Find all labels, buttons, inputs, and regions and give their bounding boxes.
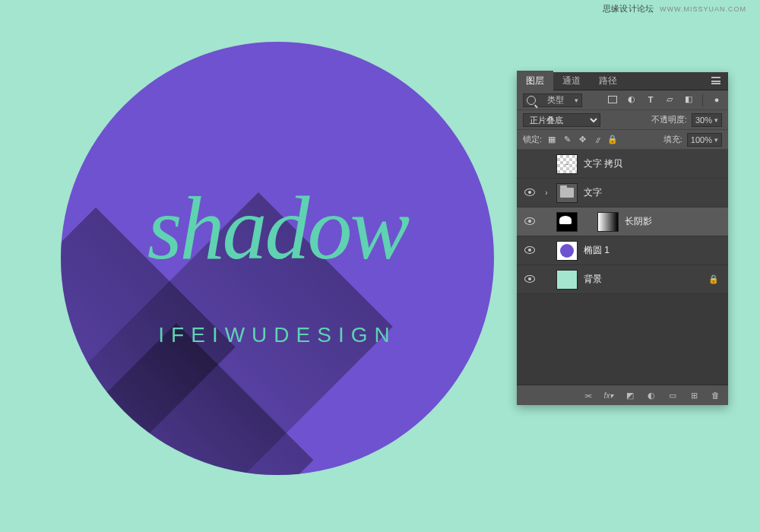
layer-name[interactable]: 文字 [584,186,722,199]
layer-name[interactable]: 长阴影 [625,215,722,228]
filter-row: 类型 ▾ ◐ T ▱ ◧ ● [517,90,728,110]
fill-value: 100% [691,135,712,144]
layer-list: ~ 文字 拷贝 › 文字 长阴影 椭圆 1 背景 [517,150,728,294]
tab-layers[interactable]: 图层 [517,71,553,91]
layer-row-text-copy[interactable]: ~ 文字 拷贝 [517,150,728,179]
filter-smart-icon[interactable]: ◧ [683,94,694,105]
layer-name[interactable]: 背景 [584,273,702,286]
blend-row: 正片叠底 不透明度: 30% ▾ [517,110,728,130]
layer-fx-icon[interactable]: fx▾ [603,390,614,401]
tab-paths[interactable]: 路径 [590,71,626,91]
lock-icon: 🔒 [708,274,719,284]
layer-thumb-folder [556,183,578,203]
filter-icon-row: ◐ T ▱ ◧ ● [607,94,722,106]
opacity-field[interactable]: 30% ▾ [692,113,722,127]
layer-thumb-text-copy: ~ [556,154,578,174]
filter-kind-dropdown[interactable]: 类型 ▾ [523,93,582,107]
visibility-toggle[interactable] [523,246,537,255]
filter-kind-label: 类型 [547,94,564,106]
eye-icon [524,275,535,283]
filter-adjustment-icon[interactable]: ◐ [626,94,637,105]
layer-name[interactable]: 文字 拷贝 [584,157,722,170]
delete-layer-icon[interactable]: 🗑 [710,390,720,401]
lock-label: 锁定: [523,134,542,145]
blend-mode-select[interactable]: 正片叠底 [523,113,600,127]
folder-icon [560,188,574,198]
lock-nesting-icon[interactable]: ⫽ [592,135,603,145]
opacity-label: 不透明度: [651,114,687,125]
expand-chevron[interactable]: › [543,188,550,197]
panel-tabs: 图层 通道 路径 [517,72,728,90]
artwork-sub-text: IFEIWUDESIGN [61,323,494,347]
filter-separator [702,94,703,106]
eye-icon [524,217,535,225]
layer-row-text-group[interactable]: › 文字 [517,179,728,207]
new-layer-icon[interactable]: ⊞ [689,390,699,401]
layers-panel: 图层 通道 路径 类型 ▾ ◐ T ▱ ◧ ● 正片叠底 不透明度: 30% ▾ [517,72,728,405]
lock-position-icon[interactable]: ✥ [577,135,587,145]
fill-field[interactable]: 100% ▾ [687,133,722,147]
fill-label: 填充: [663,134,682,145]
layer-list-empty-area[interactable] [517,294,728,385]
layer-thumb-gradient-mask [597,212,619,232]
filter-type-icon[interactable]: T [645,94,656,105]
lock-all-icon[interactable]: 🔒 [607,135,618,145]
eye-icon [524,188,535,196]
panel-menu-icon[interactable] [704,77,728,86]
search-icon [527,96,536,105]
layer-name[interactable]: 椭圆 1 [584,244,722,257]
opacity-value: 30% [695,116,712,125]
artwork-circle: shadow IFEIWUDESIGN [61,42,494,475]
filter-shape-icon[interactable]: ▱ [664,94,675,105]
visibility-toggle[interactable] [523,188,537,198]
layer-row-long-shadow[interactable]: 长阴影 [517,207,728,236]
filter-pixel-icon[interactable] [607,94,618,105]
watermark-url: WWW.MISSYUAN.COM [660,5,746,13]
layer-row-background[interactable]: 背景 🔒 [517,265,728,294]
watermark-text: 思缘设计论坛 [603,4,654,13]
artwork-main-text: shadow [61,177,494,280]
layer-thumb-mask [556,212,578,232]
new-group-icon[interactable]: ▭ [667,390,678,401]
visibility-toggle[interactable] [523,217,537,226]
watermark: 思缘设计论坛 WWW.MISSYUAN.COM [603,3,746,14]
lock-paint-icon[interactable]: ✎ [562,135,572,145]
add-mask-icon[interactable]: ◩ [625,390,635,401]
new-adjustment-icon[interactable]: ◐ [646,390,657,401]
panel-footer: ⫘ fx▾ ◩ ◐ ▭ ⊞ 🗑 [517,385,728,405]
lock-transparency-icon[interactable]: ▦ [546,135,557,145]
lock-row: 锁定: ▦ ✎ ✥ ⫽ 🔒 填充: 100% ▾ [517,130,728,150]
layer-row-ellipse[interactable]: 椭圆 1 [517,236,728,265]
layer-thumb-bg [556,270,578,290]
tab-channels[interactable]: 通道 [553,71,590,91]
visibility-toggle[interactable] [523,275,537,284]
eye-icon [524,246,535,254]
layer-thumb-ellipse [556,241,578,261]
filter-toggle-icon[interactable]: ● [711,94,722,105]
link-layers-icon[interactable]: ⫘ [582,390,593,401]
